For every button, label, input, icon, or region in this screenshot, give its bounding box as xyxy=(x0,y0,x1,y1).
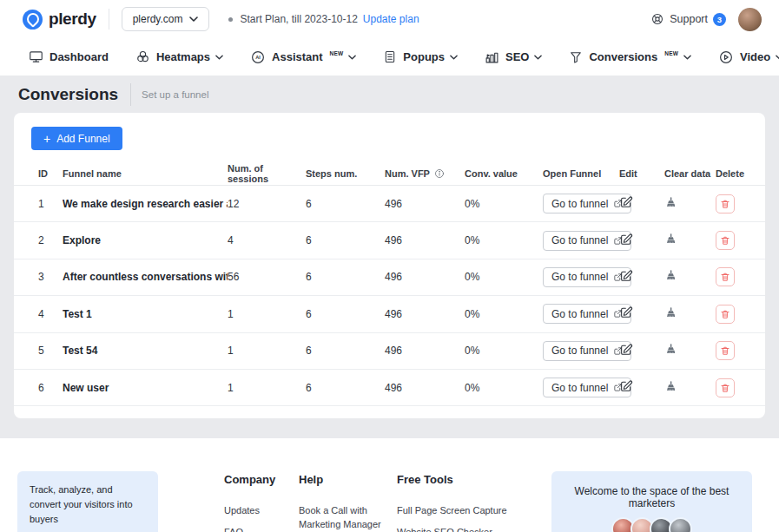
nav-item-popups[interactable]: Popups xyxy=(383,49,458,64)
delete-button[interactable] xyxy=(716,305,735,324)
clear-data-button[interactable] xyxy=(664,343,677,356)
cell-funnel-name: Explore xyxy=(63,234,228,246)
footer-link-book-call[interactable]: Book a Call with Marketing Manager xyxy=(299,504,390,532)
col-sessions: Num. of sessions xyxy=(228,163,306,184)
clear-data-button[interactable] xyxy=(664,196,677,209)
clear-data-button[interactable] xyxy=(664,306,677,319)
clear-data-button[interactable] xyxy=(664,269,677,282)
edit-pencil-icon xyxy=(619,195,633,209)
footer-column-title: Free Tools xyxy=(397,473,527,486)
delete-button[interactable] xyxy=(716,267,735,286)
support-button[interactable]: Support 3 xyxy=(650,12,726,26)
user-avatar[interactable] xyxy=(738,8,762,31)
chevron-down-icon xyxy=(534,55,542,60)
update-plan-link[interactable]: Update plan xyxy=(363,13,419,25)
cell-funnel-name: Test 1 xyxy=(63,308,228,320)
cell-sessions: 4 xyxy=(228,234,306,246)
broom-icon xyxy=(664,306,677,319)
trash-icon xyxy=(720,383,730,393)
delete-button[interactable] xyxy=(716,378,735,397)
svg-text:AI: AI xyxy=(255,55,261,60)
chevron-down-icon xyxy=(683,55,691,60)
go-to-funnel-label: Go to funnel xyxy=(551,234,608,246)
trash-icon xyxy=(720,235,730,246)
edit-pencil-icon xyxy=(619,305,633,319)
domain-selector[interactable]: plerdy.com xyxy=(122,7,210,31)
go-to-funnel-label: Go to funnel xyxy=(551,345,608,357)
trash-icon xyxy=(720,309,730,319)
edit-button[interactable] xyxy=(619,195,633,209)
chevron-down-icon xyxy=(189,16,198,22)
cell-id: 3 xyxy=(38,271,63,283)
nav-item-assistant[interactable]: AI AssistantNEW xyxy=(250,49,356,65)
edit-button[interactable] xyxy=(619,305,633,319)
col-edit: Edit xyxy=(619,168,664,179)
edit-button[interactable] xyxy=(619,379,633,393)
topbar-right: Support 3 xyxy=(650,8,762,31)
footer-column-help: Help Book a Call with Marketing Manager xyxy=(299,471,390,532)
col-vfp: Num. VFP xyxy=(385,168,465,179)
page-title: Conversions xyxy=(18,85,118,104)
edit-pencil-icon xyxy=(619,269,633,283)
chevron-down-icon xyxy=(348,55,356,60)
col-steps: Steps num. xyxy=(306,168,385,179)
nav-label: Heatmaps xyxy=(156,50,210,63)
footer-link-updates[interactable]: Updates xyxy=(224,504,276,518)
nav-item-heatmaps[interactable]: Heatmaps xyxy=(135,49,223,64)
broom-icon xyxy=(664,196,677,209)
page-header-band: Conversions Set up a funnel xyxy=(0,76,779,113)
delete-button[interactable] xyxy=(716,194,735,213)
plan-text: Start Plan, till 2023-10-12 xyxy=(240,13,357,25)
nav-label: SEO xyxy=(505,50,529,63)
cell-vfp: 496 xyxy=(385,382,465,394)
life-ring-icon xyxy=(650,12,664,26)
go-to-funnel-label: Go to funnel xyxy=(551,308,608,320)
app-window: plerdy plerdy.com Start Plan, till 2023-… xyxy=(0,0,779,532)
edit-button[interactable] xyxy=(619,233,633,246)
chevron-down-icon xyxy=(215,55,223,60)
promo-card: Track, analyze, and convert your visitor… xyxy=(17,471,158,532)
table-row: 4 Test 1 1 6 496 0% Go to funnel xyxy=(14,296,765,332)
nav-item-conversions[interactable]: ConversionsNEW xyxy=(569,50,691,64)
broom-icon xyxy=(664,233,677,246)
footer-link-faq[interactable]: FAQ xyxy=(224,526,276,532)
delete-button[interactable] xyxy=(716,231,735,250)
cell-id: 6 xyxy=(38,382,63,394)
col-clear-data: Clear data xyxy=(664,168,716,179)
nav-label: Video xyxy=(740,50,770,63)
nav-label: Popups xyxy=(403,50,445,63)
nav-label: Assistant xyxy=(272,50,323,63)
footer-link-full-page-capture[interactable]: Full Page Screen Capture xyxy=(397,504,527,518)
assistant-ai-icon: AI xyxy=(250,49,266,65)
table-row: 2 Explore 4 6 496 0% Go to funnel xyxy=(14,222,765,259)
table-row: 6 New user 1 6 496 0% Go to funnel xyxy=(14,370,765,406)
broom-icon xyxy=(664,380,677,393)
cell-steps: 6 xyxy=(306,308,385,320)
info-icon[interactable] xyxy=(434,168,445,179)
community-card: Welcome to the space of the best markete… xyxy=(551,471,752,532)
add-funnel-label: Add Funnel xyxy=(56,133,109,145)
trash-icon xyxy=(720,272,730,282)
nav-item-dashboard[interactable]: Dashboard xyxy=(29,49,109,64)
edit-button[interactable] xyxy=(619,343,633,357)
popups-icon xyxy=(383,49,397,64)
add-funnel-button[interactable]: + Add Funnel xyxy=(31,127,122,150)
dashboard-icon xyxy=(29,49,43,64)
table-row: 5 Test 54 1 6 496 0% Go to funnel xyxy=(14,333,765,370)
plerdy-logo[interactable]: plerdy xyxy=(23,10,96,30)
plerdy-logo-icon xyxy=(23,10,43,30)
footer-link-seo-checker[interactable]: Website SEO Checker xyxy=(397,526,527,532)
clear-data-button[interactable] xyxy=(664,380,677,393)
marketer-avatar xyxy=(669,517,692,532)
page-footer: Track, analyze, and convert your visitor… xyxy=(0,438,779,532)
nav-item-seo[interactable]: SEO xyxy=(485,49,542,64)
plan-status: Start Plan, till 2023-10-12 Update plan xyxy=(228,13,419,25)
cell-id: 4 xyxy=(38,308,63,320)
nav-label: Dashboard xyxy=(50,50,109,63)
edit-button[interactable] xyxy=(619,269,633,283)
clear-data-button[interactable] xyxy=(664,233,677,246)
nav-item-video[interactable]: Video xyxy=(718,49,779,65)
delete-button[interactable] xyxy=(716,341,735,360)
col-open-funnel: Open Funnel xyxy=(543,168,619,179)
cell-sessions: 56 xyxy=(228,271,306,283)
